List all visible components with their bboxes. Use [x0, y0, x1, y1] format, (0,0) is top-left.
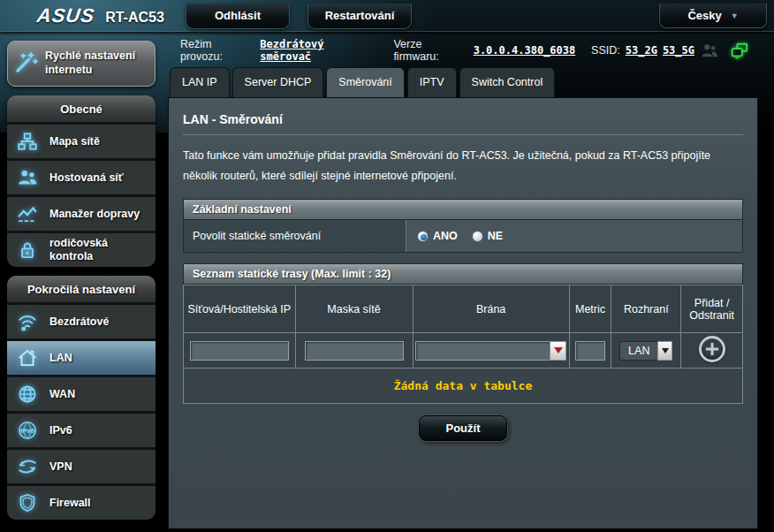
infobar-icons: [700, 42, 749, 59]
static-route-enable-row: Povolit statické směrování ANO NE: [183, 220, 743, 253]
column-header-netmask: Maska sítě: [295, 285, 413, 333]
empty-table-message: Žádná data v tabulce: [394, 379, 533, 392]
firmware-version-link[interactable]: 3.0.0.4.380_6038: [474, 44, 576, 57]
ssid-label: SSID:: [591, 44, 620, 57]
radio-no-button[interactable]: [472, 231, 483, 242]
tab-iptv[interactable]: IPTV: [407, 67, 457, 97]
network-map-icon: [12, 130, 42, 153]
interface-select[interactable]: LAN: [619, 341, 672, 361]
column-header-ip: Síťová/Hostitelská IP: [184, 285, 296, 333]
apply-button[interactable]: Použít: [419, 415, 507, 441]
radio-yes-button[interactable]: [417, 231, 429, 242]
page-title: LAN - Směrování: [183, 112, 743, 126]
magic-wand-icon: [13, 49, 40, 79]
sidebar-item-wireless[interactable]: Bezdrátové: [7, 302, 156, 338]
clients-icon[interactable]: [700, 42, 719, 59]
sidebar-item-parental-controls[interactable]: rodičovská kontrola: [7, 231, 156, 267]
networkmap-devices-icon[interactable]: [730, 42, 749, 59]
traffic-manager-icon: [12, 202, 42, 225]
status-infobar: Režim provozu: Bezdrátový směrovač Verze…: [168, 32, 758, 67]
sidebar-item-label: LAN: [49, 352, 72, 365]
parental-controls-icon: [12, 239, 42, 262]
ipv6-icon: IPv6: [12, 419, 42, 442]
firewall-icon: [12, 491, 42, 514]
gateway-dropdown-button[interactable]: [550, 341, 566, 361]
tab-dhcp-server[interactable]: Server DHCP: [232, 67, 324, 97]
guest-network-icon: [12, 166, 42, 189]
tab-route[interactable]: Směrování: [326, 67, 404, 97]
sidebar-item-label: Hostovaná síť: [49, 171, 124, 185]
operation-mode-link[interactable]: Bezdrátový směrovač: [260, 38, 377, 63]
sidebar-item-label: Mapa sítě: [49, 135, 100, 148]
wan-icon: [12, 383, 42, 406]
top-bar: ASUS RT-AC53 Odhlásit Restartování Česky…: [0, 0, 774, 32]
reboot-button[interactable]: Restartování: [307, 4, 412, 29]
language-label: Česky: [687, 9, 721, 22]
sidebar-item-traffic-manager[interactable]: Manažer dopravy: [7, 194, 156, 231]
radio-no-label: NE: [488, 230, 503, 242]
brand: ASUS RT-AC53: [0, 4, 186, 27]
radio-option-yes[interactable]: ANO: [417, 230, 458, 242]
sidebar-item-label: VPN: [49, 460, 72, 474]
gateway-combobox: [415, 341, 566, 361]
asus-logo: ASUS: [35, 4, 96, 27]
ssid-2g-link[interactable]: 53_2G: [626, 44, 657, 57]
sidebar-group-general-title: Obecné: [7, 95, 156, 122]
column-header-add-delete: Přidat / Odstranit: [681, 285, 743, 333]
tab-bar: LAN IP Server DHCP Směrování IPTV Switch…: [168, 67, 758, 97]
black-caret-icon: [662, 348, 669, 353]
radio-option-no[interactable]: NE: [472, 230, 503, 242]
logout-button[interactable]: Odhlásit: [186, 4, 290, 29]
page-description: Tato funkce vám umožňuje přidat pravidla…: [183, 146, 743, 186]
sidebar-item-ipv6[interactable]: IPv6 IPv6: [7, 411, 156, 447]
sidebar-item-firewall[interactable]: Firewall: [7, 483, 156, 520]
column-header-interface: Rozhraní: [611, 285, 681, 333]
interface-dropdown-button[interactable]: [657, 341, 672, 361]
column-header-gateway: Brána: [413, 285, 569, 333]
red-caret-icon: [554, 347, 563, 353]
sidebar-item-label: IPv6: [49, 424, 72, 437]
ip-address-input[interactable]: [190, 341, 289, 361]
wireless-icon: [12, 310, 42, 333]
gateway-input[interactable]: [415, 341, 550, 361]
svg-text:IPv6: IPv6: [20, 427, 34, 435]
metric-input[interactable]: [575, 341, 605, 361]
interface-selected-value: LAN: [619, 341, 657, 361]
ssid-5g-link[interactable]: 53_5G: [663, 44, 694, 57]
title-divider: [183, 134, 743, 135]
router-model: RT-AC53: [105, 10, 164, 26]
sidebar-item-vpn[interactable]: VPN: [7, 447, 156, 483]
quick-internet-setup-label: Rychlé nastavení internetu: [45, 49, 149, 77]
basic-settings-header: Základní nastavení: [183, 199, 743, 220]
language-dropdown[interactable]: Česky ▼: [659, 4, 767, 28]
sidebar: Rychlé nastavení internetu Obecné Mapa s…: [0, 32, 168, 528]
top-buttons: Odhlásit Restartování: [186, 3, 412, 29]
spacer: [183, 253, 743, 263]
sidebar-item-label: Manažer dopravy: [49, 208, 140, 221]
sidebar-item-guest-network[interactable]: Hostovaná síť: [7, 158, 156, 194]
apply-button-container: Použít: [183, 404, 743, 467]
sidebar-item-wan[interactable]: WAN: [7, 375, 156, 411]
chevron-down-icon: ▼: [731, 11, 739, 20]
sidebar-item-label: Firewall: [49, 497, 91, 510]
sidebar-item-network-map[interactable]: Mapa sítě: [7, 122, 156, 158]
tab-lan-ip[interactable]: LAN IP: [170, 67, 230, 97]
quick-internet-setup-button[interactable]: Rychlé nastavení internetu: [7, 41, 156, 87]
sidebar-item-label: rodičovská kontrola: [49, 237, 150, 263]
firmware-label: Verze firmwaru:: [393, 38, 467, 63]
static-route-table: Síťová/Hostitelská IP Maska sítě Brána M…: [183, 285, 743, 404]
lan-icon: [12, 346, 42, 369]
table-header-row: Síťová/Hostitelská IP Maska sítě Brána M…: [184, 285, 743, 333]
vpn-icon: [12, 455, 42, 478]
sidebar-group-general: Obecné Mapa sítě: [7, 95, 156, 267]
sidebar-item-label: Bezdrátové: [49, 315, 109, 329]
main-panel: LAN - Směrování Tato funkce vám umožňuje…: [168, 97, 758, 528]
sidebar-group-advanced-title: Pokročilá nastavení: [7, 276, 156, 302]
tab-switch-control[interactable]: Switch Control: [459, 67, 556, 97]
sidebar-group-advanced: Pokročilá nastavení Bezdrátové: [7, 276, 156, 520]
static-route-list-header: Seznam statické trasy (Max. limit : 32): [183, 263, 743, 285]
operation-mode-label: Režim provozu:: [180, 38, 254, 63]
netmask-input[interactable]: [305, 341, 404, 361]
add-route-button[interactable]: [699, 336, 725, 362]
sidebar-item-lan[interactable]: LAN: [7, 338, 156, 375]
